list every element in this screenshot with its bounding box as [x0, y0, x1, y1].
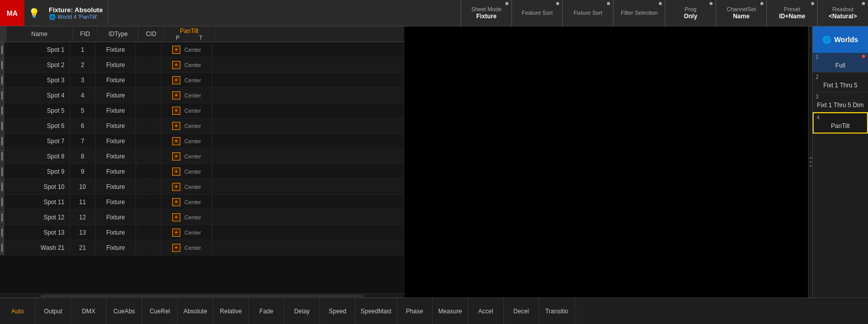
cell-idtype: Fixture [95, 73, 136, 87]
header-btn-channelset[interactable]: ChannelSetName [716, 0, 766, 26]
table-row[interactable]: Spot 66Fixture+Center [0, 118, 404, 134]
table-row[interactable]: Spot 44Fixture+Center [0, 88, 404, 103]
cell-pantilt[interactable]: +Center [162, 240, 212, 255]
header-btn-label-fixture-sort: Fixture Sort [573, 10, 602, 16]
right-scroll[interactable] [808, 26, 812, 298]
bottom-btn-measure[interactable]: Measure [433, 298, 468, 324]
bottom-btn-phase[interactable]: Phase [397, 298, 433, 324]
cell-pantilt[interactable]: +Center [162, 73, 212, 87]
cell-fid: 5 [70, 103, 95, 118]
row-marker-bar [2, 137, 3, 145]
table-row[interactable]: Spot 1212Fixture+Center [0, 210, 404, 225]
cell-name: Spot 13 [4, 225, 70, 240]
worlds-globe-icon: 🌐 [822, 36, 831, 44]
cell-fid: 12 [70, 210, 95, 224]
pantilt-plus-icon: + [175, 138, 178, 144]
cell-cid [136, 210, 162, 224]
cell-pantilt[interactable]: +Center [162, 149, 212, 164]
pantilt-indicator: + [172, 76, 180, 84]
cell-cid [136, 42, 162, 57]
bottom-btn-dmx[interactable]: DMX [71, 298, 107, 324]
lightbulb-button[interactable]: 💡 [24, 0, 44, 26]
bottom-btn-speed[interactable]: Speed [320, 298, 356, 324]
table-row[interactable]: Spot 33Fixture+Center [0, 73, 404, 88]
bottom-btn-fade[interactable]: Fade [249, 298, 284, 324]
table-row[interactable]: Wash 2121Fixture+Center [0, 240, 404, 255]
pantilt-plus-icon: + [175, 230, 178, 235]
pantilt-plus-icon: + [175, 245, 178, 250]
row-marker [0, 88, 4, 103]
worlds-item-name: Fixt 1 Thru 5 Dim [813, 100, 868, 112]
table-row[interactable]: Spot 1313Fixture+Center [0, 225, 404, 240]
bottom-btn-delay[interactable]: Delay [284, 298, 320, 324]
cell-pantilt[interactable]: +Center [162, 118, 212, 133]
ma-logo[interactable]: MA [0, 0, 24, 26]
col-header-fid: FID [73, 26, 98, 42]
header-btn-fixture-sort[interactable]: Fixture Sort [562, 0, 613, 26]
table-row[interactable]: Spot 55Fixture+Center [0, 103, 404, 118]
cell-pantilt[interactable]: +Center [162, 225, 212, 240]
cell-pantilt[interactable]: +Center [162, 210, 212, 224]
row-marker [0, 103, 4, 118]
table-scroll[interactable]: Spot 11Fixture+CenterSpot 22Fixture+Cent… [0, 42, 404, 294]
cell-pantilt[interactable]: +Center [162, 103, 212, 118]
pantilt-indicator: + [172, 46, 180, 54]
table-row[interactable]: Spot 1010Fixture+Center [0, 179, 404, 195]
pantilt-indicator: + [172, 168, 180, 176]
fixture-info: Fixture: Absolute 🌐World 4 'PanTilt' [44, 0, 108, 26]
bottom-btn-accel[interactable]: Accel [468, 298, 504, 324]
cell-idtype: Fixture [95, 149, 136, 164]
cell-pantilt[interactable]: +Center [162, 179, 212, 194]
worlds-item-fixt-1-thru-5[interactable]: 2Fixt 1 Thru 5 [813, 73, 868, 92]
worlds-item-name: Full [813, 60, 868, 72]
table-row[interactable]: Spot 88Fixture+Center [0, 149, 404, 164]
row-marker-bar [2, 46, 3, 54]
bottom-btn-output[interactable]: Output [36, 298, 71, 324]
cell-cid [136, 103, 162, 118]
table-row[interactable]: Spot 99Fixture+Center [0, 164, 404, 179]
table-row[interactable]: Spot 77Fixture+Center [0, 134, 404, 149]
cell-pantilt[interactable]: +Center [162, 164, 212, 179]
header-btn-value-channelset: Name [733, 13, 750, 20]
header-btn-feature-sort[interactable]: Feature Sort [511, 0, 562, 26]
table-row[interactable]: Spot 1111Fixture+Center [0, 195, 404, 210]
row-marker [0, 210, 4, 224]
cell-pantilt[interactable]: +Center [162, 195, 212, 209]
worlds-item-pantilt[interactable]: 4PanTilt [813, 112, 868, 134]
header-btn-value-preset: ID+Name [779, 13, 806, 20]
main-area: Name FID IDType CID PanTilt P T Spot 11F… [0, 26, 868, 298]
row-marker-bar [2, 152, 3, 160]
cell-pantilt[interactable]: +Center [162, 57, 212, 72]
pantilt-plus-icon: + [175, 47, 178, 52]
bottom-btn-cueabs[interactable]: CueAbs [107, 298, 142, 324]
worlds-item-name: Fixt 1 Thru 5 [813, 80, 868, 92]
header-btn-prog-only[interactable]: ProgOnly [665, 0, 716, 26]
row-marker-bar [2, 76, 3, 84]
table-row[interactable]: Spot 11Fixture+Center [0, 42, 404, 57]
bottom-btn-auto[interactable]: Auto [0, 298, 36, 324]
bottom-btn-absolute[interactable]: Absolute [178, 298, 213, 324]
pantilt-plus-icon: + [175, 184, 178, 189]
worlds-item-full[interactable]: 1Full [813, 53, 868, 73]
bottom-btn-relative[interactable]: Relative [213, 298, 249, 324]
pantilt-indicator: + [172, 213, 180, 221]
header-spacer [108, 0, 461, 26]
bottom-btn-decel[interactable]: Decel [504, 298, 539, 324]
table-row[interactable]: Spot 22Fixture+Center [0, 57, 404, 73]
header-btn-filter-selection[interactable]: Filter Selection [613, 0, 665, 26]
cell-pantilt[interactable]: +Center [162, 42, 212, 57]
bottom-btn-speedmast[interactable]: SpeedMast [356, 298, 397, 324]
worlds-item-fixt-1-thru-5-dim[interactable]: 3Fixt 1 Thru 5 Dim [813, 92, 868, 112]
header-btn-preset[interactable]: PresetID+Name [766, 0, 817, 26]
subtitle-text: World 4 'PanTilt' [57, 14, 98, 20]
cell-idtype: Fixture [95, 164, 136, 179]
cell-pantilt[interactable]: +Center [162, 88, 212, 103]
bottom-btn-cuerel[interactable]: CueRel [142, 298, 178, 324]
bottom-scrollbar[interactable] [0, 294, 404, 298]
header-btn-readout[interactable]: Readout<Natural> [817, 0, 868, 26]
cell-pantilt[interactable]: +Center [162, 134, 212, 148]
header-btn-sheet-mode[interactable]: Sheet ModeFixture [461, 0, 511, 26]
header-btn-dot-prog-only [710, 2, 713, 5]
bottom-btn-transition[interactable]: Transitio [539, 298, 575, 324]
pantilt-plus-icon: + [175, 92, 178, 98]
